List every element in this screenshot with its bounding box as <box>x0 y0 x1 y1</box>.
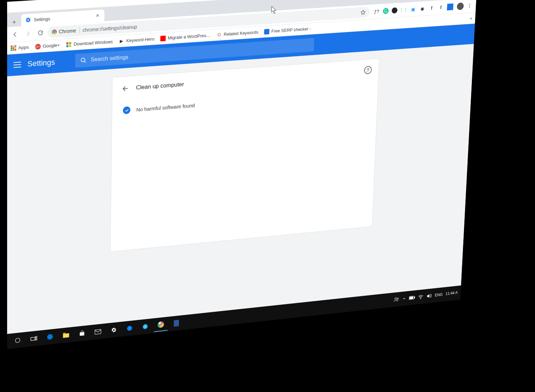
language-indicator[interactable]: ENG <box>435 292 443 297</box>
svg-point-2 <box>469 7 470 8</box>
svg-rect-6 <box>69 45 71 47</box>
gear-icon <box>25 17 31 23</box>
card-title: Clean up computer <box>136 81 184 91</box>
chrome-icon <box>52 29 57 35</box>
taskbar-clock[interactable]: 11:44 A <box>445 291 458 296</box>
status-text: No harmful software found <box>136 102 195 113</box>
bookmarks-overflow-button[interactable]: » <box>470 16 472 21</box>
bookmark-download-windows[interactable]: Download Windows <box>66 39 113 47</box>
bookmark-label: Related Keywords <box>224 30 258 37</box>
bookmark-icon: ▶ <box>160 35 166 41</box>
svg-rect-15 <box>36 339 37 340</box>
svg-line-8 <box>84 61 86 62</box>
extension-facebook-2[interactable]: f <box>438 4 444 11</box>
chip-label: Chrome <box>59 28 76 35</box>
search-engine-chip: Chrome <box>52 27 80 35</box>
taskbar-app-settings[interactable] <box>107 323 121 337</box>
svg-rect-27 <box>174 320 179 327</box>
taskbar-app-store[interactable] <box>75 326 89 341</box>
svg-point-16 <box>47 334 53 340</box>
check-icon <box>123 106 131 114</box>
bookmark-label: Google+ <box>43 42 60 49</box>
taskbar-app-explorer[interactable] <box>59 328 73 342</box>
svg-rect-18 <box>63 333 66 335</box>
taskbar-app-chrome[interactable] <box>154 318 168 332</box>
extension-grid-ext[interactable]: ⋮⋮ <box>401 6 407 13</box>
extension-font-question[interactable]: ƒ? <box>373 8 380 15</box>
taskbar-app-generic-3[interactable] <box>169 316 183 330</box>
svg-rect-19 <box>80 332 85 336</box>
forward-button[interactable] <box>22 28 33 39</box>
bookmark-related-keywords[interactable]: ORelated Keywords <box>216 29 259 37</box>
task-view-button[interactable] <box>27 331 41 346</box>
svg-rect-20 <box>95 329 101 334</box>
profile-avatar[interactable] <box>457 2 464 10</box>
bookmark-label: Free SERP checker - <box>271 26 311 33</box>
bookmark-free-serp-checker[interactable]: Free SERP checker - <box>264 26 311 35</box>
tray-chevron-icon[interactable] <box>402 296 406 301</box>
extension-cards-ext[interactable]: ▣ <box>410 6 416 13</box>
svg-text:A: A <box>144 325 146 329</box>
taskbar-app-mail[interactable] <box>91 325 105 339</box>
extension-dot-dark[interactable] <box>392 7 398 14</box>
back-arrow-button[interactable] <box>121 84 130 93</box>
back-button[interactable] <box>10 29 21 40</box>
bookmark-label: Keyword-Hero <box>126 36 154 43</box>
bookmark-icon <box>66 41 72 47</box>
bookmark-icon: G+ <box>35 43 41 50</box>
battery-tray-icon[interactable] <box>409 295 415 300</box>
svg-point-21 <box>127 326 132 331</box>
svg-point-1 <box>469 5 470 6</box>
extension-blue-square[interactable] <box>447 3 453 10</box>
taskbar-app-generic-2[interactable]: A <box>138 319 152 334</box>
help-button[interactable]: ? <box>364 66 372 74</box>
search-icon <box>80 57 87 64</box>
bookmark-icon: O <box>216 32 222 37</box>
apps-label: Apps <box>18 45 29 51</box>
settings-title: Settings <box>27 58 55 69</box>
svg-point-29 <box>397 298 399 299</box>
people-tray-icon[interactable] <box>394 296 399 302</box>
kebab-menu-icon[interactable] <box>465 1 474 10</box>
tab-close-button[interactable]: × <box>95 13 101 19</box>
svg-point-33 <box>421 298 421 299</box>
wifi-tray-icon[interactable] <box>418 294 424 299</box>
browser-window: — ▢ ✕ ＋ Settings × Chrome chro <box>7 0 478 349</box>
bookmark-icon <box>264 29 270 34</box>
reload-button[interactable] <box>35 27 46 38</box>
bookmark-keyword-hero[interactable]: ▶Keyword-Hero <box>119 36 154 44</box>
bookmark-label: Migrate a WordPres… <box>168 33 210 41</box>
apps-shortcut[interactable]: Apps <box>11 44 29 51</box>
extensions-strip: ƒ?G⋮⋮▣◉ff <box>372 3 455 15</box>
svg-rect-4 <box>69 42 71 44</box>
hamburger-menu-icon[interactable] <box>14 61 21 69</box>
bookmark-label: Download Windows <box>73 39 113 47</box>
bookmark-migrate-wordpress[interactable]: ▶Migrate a WordPres… <box>160 32 211 41</box>
extension-facebook-1[interactable]: f <box>428 4 435 11</box>
extension-camera-ext[interactable]: ◉ <box>419 5 426 12</box>
taskbar-app-edge[interactable] <box>43 330 57 344</box>
cleanup-card: ? Clean up computer No harmful software … <box>110 58 379 252</box>
svg-point-28 <box>395 298 397 300</box>
svg-rect-13 <box>31 337 35 340</box>
svg-rect-32 <box>410 296 413 299</box>
volume-tray-icon[interactable] <box>426 293 432 299</box>
svg-rect-14 <box>36 336 37 338</box>
svg-point-12 <box>15 338 20 343</box>
svg-rect-5 <box>66 45 68 47</box>
bookmark-google-plus[interactable]: G+Google+ <box>35 42 60 50</box>
svg-point-0 <box>469 4 470 5</box>
new-tab-button[interactable]: ＋ <box>9 17 19 27</box>
taskbar-app-generic-1[interactable] <box>123 321 137 335</box>
bookmark-star-icon[interactable] <box>360 9 366 15</box>
extension-grammarly[interactable]: G <box>383 7 389 14</box>
cortana-button[interactable] <box>11 333 25 348</box>
apps-grid-icon <box>11 45 16 51</box>
bookmark-icon: ▶ <box>119 38 124 44</box>
tab-title: Settings <box>34 14 92 22</box>
svg-rect-3 <box>66 42 68 44</box>
svg-rect-31 <box>414 297 415 298</box>
